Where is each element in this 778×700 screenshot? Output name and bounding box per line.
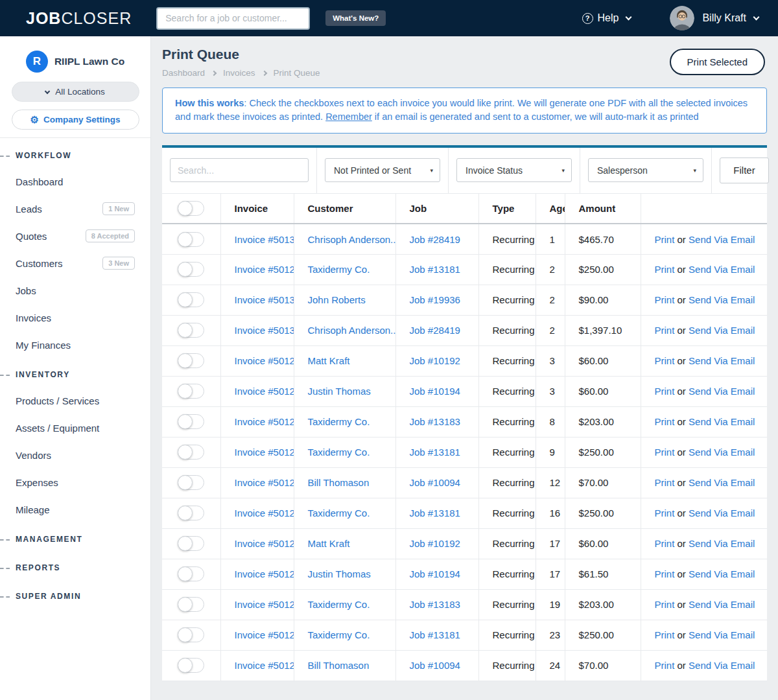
row-select-toggle[interactable] (178, 292, 204, 307)
send-via-email-link[interactable]: Send Via Email (689, 386, 755, 397)
print-link[interactable]: Print (655, 386, 675, 397)
print-link[interactable]: Print (655, 508, 675, 519)
nav-section-super-admin[interactable]: SUPER ADMIN (0, 584, 150, 609)
sidebar-item-quotes[interactable]: Quotes8 Accepted (0, 222, 150, 250)
row-select-toggle[interactable] (178, 566, 204, 581)
row-select-toggle[interactable] (178, 323, 204, 338)
sidebar-item-invoices[interactable]: Invoices (0, 304, 150, 331)
sidebar-item-expenses[interactable]: Expenses (0, 469, 150, 496)
nav-section-workflow[interactable]: WORKFLOW (0, 143, 150, 168)
filter-button[interactable]: Filter (720, 158, 769, 183)
send-via-email-link[interactable]: Send Via Email (689, 447, 755, 458)
send-via-email-link[interactable]: Send Via Email (689, 234, 755, 245)
customer-link[interactable]: Matt Kraft (308, 538, 350, 549)
sidebar-item-mileage[interactable]: Mileage (0, 496, 150, 523)
send-via-email-link[interactable]: Send Via Email (689, 355, 755, 366)
row-select-toggle[interactable] (178, 262, 204, 277)
help-menu[interactable]: ? Help (582, 12, 631, 24)
select-all-toggle[interactable] (178, 201, 204, 216)
send-via-email-link[interactable]: Send Via Email (689, 568, 755, 579)
customer-link[interactable]: Justin Thomas (308, 568, 371, 579)
sidebar-item-customers[interactable]: Customers3 New (0, 250, 150, 277)
row-select-toggle[interactable] (178, 658, 204, 673)
send-via-email-link[interactable]: Send Via Email (689, 294, 755, 305)
job-link[interactable]: Job #10194 (410, 568, 460, 579)
nav-section-management[interactable]: MANAGEMENT (0, 527, 150, 552)
send-via-email-link[interactable]: Send Via Email (689, 629, 755, 640)
table-search-input[interactable] (170, 158, 309, 182)
invoice-link[interactable]: Invoice #501292 (235, 355, 294, 366)
invoice-link[interactable]: Invoice #501288 (235, 416, 294, 427)
send-via-email-link[interactable]: Send Via Email (689, 660, 755, 671)
invoice-link[interactable]: Invoice #501271 (235, 599, 294, 610)
nav-section-inventory[interactable]: INVENTORY (0, 362, 150, 387)
print-link[interactable]: Print (655, 325, 675, 336)
print-link[interactable]: Print (655, 477, 675, 488)
customer-link[interactable]: Chrisoph Anderson... (308, 325, 396, 336)
print-status-select[interactable]: Not Printed or Sent ▾ (325, 158, 440, 182)
print-selected-button[interactable]: Print Selected (670, 49, 765, 75)
customer-link[interactable]: Taxidermy Co. (308, 599, 370, 610)
customer-link[interactable]: John Roberts (308, 294, 366, 305)
company-settings-button[interactable]: ⚙ Company Settings (12, 110, 139, 130)
user-menu[interactable]: Billy Kraft (702, 12, 759, 24)
row-select-toggle[interactable] (178, 506, 204, 520)
print-link[interactable]: Print (655, 416, 675, 427)
customer-link[interactable]: Chrisoph Anderson... (308, 234, 396, 245)
whats-new-button[interactable]: What's New? (325, 10, 386, 26)
row-select-toggle[interactable] (178, 627, 204, 642)
job-link[interactable]: Job #19936 (410, 294, 460, 305)
breadcrumb-dashboard[interactable]: Dashboard (162, 68, 205, 78)
app-logo[interactable]: JOBCLOSER (26, 9, 132, 28)
print-link[interactable]: Print (655, 660, 675, 671)
invoice-link[interactable]: Invoice #501274 (235, 568, 294, 579)
row-select-toggle[interactable] (178, 475, 204, 490)
print-link[interactable]: Print (655, 264, 675, 275)
print-link[interactable]: Print (655, 629, 675, 640)
send-via-email-link[interactable]: Send Via Email (689, 599, 755, 610)
sidebar-item-dashboard[interactable]: Dashboard (0, 168, 150, 195)
job-link[interactable]: Job #10192 (410, 355, 460, 366)
row-select-toggle[interactable] (178, 414, 204, 429)
job-link[interactable]: Job #13181 (410, 447, 460, 458)
job-link[interactable]: Job #13181 (410, 508, 460, 519)
sidebar-item-leads[interactable]: Leads1 New (0, 195, 150, 222)
job-link[interactable]: Job #13181 (410, 264, 460, 275)
print-link[interactable]: Print (655, 294, 675, 305)
job-link[interactable]: Job #10194 (410, 386, 460, 397)
invoice-link[interactable]: Invoice #501287 (235, 447, 294, 458)
customer-link[interactable]: Taxidermy Co. (308, 508, 370, 519)
print-link[interactable]: Print (655, 568, 675, 579)
invoice-link[interactable]: Invoice #501297 (235, 264, 294, 275)
customer-link[interactable]: Matt Kraft (308, 355, 350, 366)
invoice-link[interactable]: Invoice #501305 (235, 234, 294, 245)
send-via-email-link[interactable]: Send Via Email (689, 477, 755, 488)
info-remember-link[interactable]: Remember (325, 111, 372, 122)
customer-link[interactable]: Bill Thomason (308, 660, 370, 671)
print-link[interactable]: Print (655, 234, 675, 245)
invoice-link[interactable]: Invoice #501293 (235, 386, 294, 397)
global-search-input[interactable] (156, 7, 310, 30)
print-link[interactable]: Print (655, 447, 675, 458)
user-avatar[interactable] (670, 6, 694, 30)
job-link[interactable]: Job #10094 (410, 660, 460, 671)
print-link[interactable]: Print (655, 599, 675, 610)
row-select-toggle[interactable] (178, 445, 204, 460)
breadcrumb-invoices[interactable]: Invoices (223, 68, 255, 78)
job-link[interactable]: Job #13183 (410, 416, 460, 427)
job-link[interactable]: Job #10192 (410, 538, 460, 549)
nav-section-reports[interactable]: REPORTS (0, 555, 150, 580)
sidebar-item-products-services[interactable]: Products / Services (0, 387, 150, 414)
print-link[interactable]: Print (655, 355, 675, 366)
customer-link[interactable]: Justin Thomas (308, 386, 371, 397)
row-select-toggle[interactable] (178, 536, 204, 551)
invoice-link[interactable]: Invoice #501278 (235, 508, 294, 519)
sidebar-item-vendors[interactable]: Vendors (0, 441, 150, 469)
sidebar-item-my-finances[interactable]: My Finances (0, 331, 150, 358)
print-link[interactable]: Print (655, 538, 675, 549)
job-link[interactable]: Job #13183 (410, 599, 460, 610)
invoice-link[interactable]: Invoice #501302 (235, 294, 294, 305)
invoice-status-select[interactable]: Invoice Status ▾ (456, 158, 572, 182)
job-link[interactable]: Job #28419 (410, 234, 460, 245)
locations-selector[interactable]: All Locations (12, 82, 139, 102)
